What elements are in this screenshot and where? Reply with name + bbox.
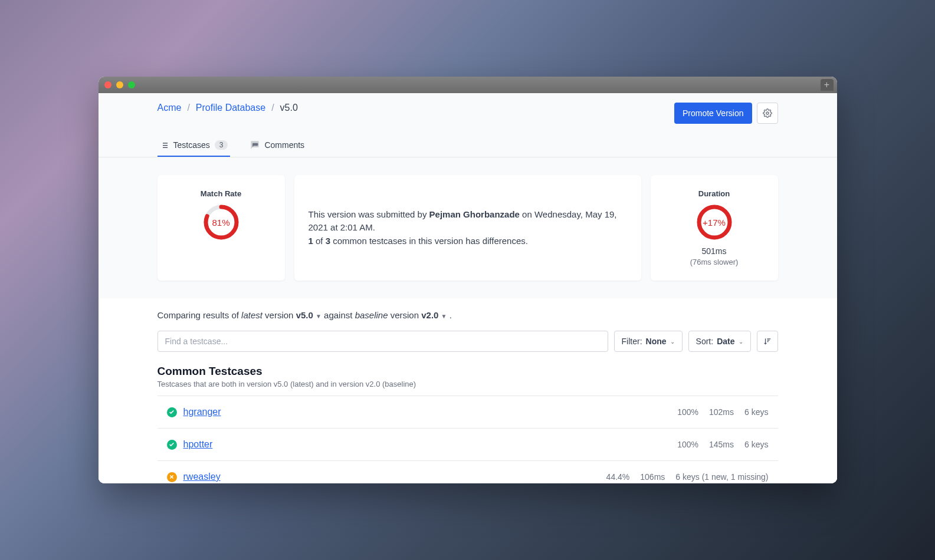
filter-dropdown[interactable]: Filter: None⌄ xyxy=(614,331,683,352)
summary-card: This version was submitted by Pejman Gho… xyxy=(294,175,641,281)
testcase-link[interactable]: rweasley xyxy=(183,472,596,482)
header: Acme / Profile Database / v5.0 Promote V… xyxy=(99,93,837,124)
row-match: 100% xyxy=(677,440,698,449)
match-rate-card: Match Rate 81% xyxy=(158,175,285,281)
testcase-link[interactable]: hpotter xyxy=(183,439,667,450)
close-icon[interactable] xyxy=(104,81,111,88)
search-input[interactable] xyxy=(158,331,608,352)
duration-card: Duration +17% 501ms (76ms slower) xyxy=(651,175,778,281)
row-duration: 106ms xyxy=(640,472,665,482)
chevron-down-icon[interactable]: ▼ xyxy=(316,313,321,319)
cmp-e: . xyxy=(447,310,452,320)
app-body: Acme / Profile Database / v5.0 Promote V… xyxy=(99,93,837,483)
controls: Filter: None⌄ Sort: Date⌄ xyxy=(158,331,778,352)
stat-cards: Match Rate 81% This version was submitte… xyxy=(158,175,778,281)
cmp-baseline: baseline xyxy=(355,310,388,320)
testcase-list: hgranger100%102ms6 keyshpotter100%145ms6… xyxy=(158,396,778,483)
section-subtitle: Testcases that are both in version v5.0 … xyxy=(158,380,778,388)
check-circle-icon xyxy=(167,440,177,450)
section-title: Common Testcases xyxy=(158,365,778,378)
cmp-b: version xyxy=(263,310,296,320)
duration-donut: +17% xyxy=(696,204,733,241)
breadcrumb-version: v5.0 xyxy=(280,103,298,113)
row-keys: 6 keys xyxy=(744,440,768,449)
summary-diffcount: 1 xyxy=(309,236,313,246)
warning-circle-icon xyxy=(167,472,177,482)
row-duration: 102ms xyxy=(709,407,734,417)
row-match: 100% xyxy=(677,407,698,417)
match-rate-value: 81% xyxy=(203,204,240,241)
breadcrumb-sep: / xyxy=(271,103,274,113)
check-circle-icon xyxy=(167,407,177,417)
breadcrumb-project[interactable]: Profile Database xyxy=(196,103,265,113)
summary-total: 3 xyxy=(326,236,330,246)
promote-version-button[interactable]: Promote Version xyxy=(674,103,752,124)
minimize-icon[interactable] xyxy=(116,81,123,88)
duration-value: +17% xyxy=(696,204,733,241)
row-status xyxy=(167,440,183,450)
sort-desc-icon xyxy=(763,337,772,345)
sort-direction-button[interactable] xyxy=(757,331,778,352)
summary-line1: This version was submitted by Pejman Gho… xyxy=(309,208,627,235)
chevron-down-icon: ⌄ xyxy=(670,338,675,345)
summary-tail: common testcases in this version has dif… xyxy=(330,236,528,246)
cmp-c: against xyxy=(321,310,355,320)
summary-line2: 1 of 3 common testcases in this version … xyxy=(309,235,627,248)
match-rate-donut: 81% xyxy=(203,204,240,241)
chevron-down-icon: ⌄ xyxy=(739,338,743,345)
row-duration: 145ms xyxy=(709,440,734,449)
summary-prefix: This version was submitted by xyxy=(309,209,429,219)
chevron-down-icon[interactable]: ▼ xyxy=(441,313,447,319)
table-row[interactable]: rweasley44.4%106ms6 keys (1 new, 1 missi… xyxy=(158,460,778,483)
cmp-latest: latest xyxy=(241,310,263,320)
comments-icon xyxy=(250,140,260,150)
duration-note: (76ms slower) xyxy=(690,258,739,266)
sort-label: Sort: xyxy=(696,337,714,346)
table-row[interactable]: hgranger100%102ms6 keys xyxy=(158,396,778,428)
tab-testcases-label: Testcases xyxy=(173,140,210,150)
row-status xyxy=(167,472,183,482)
breadcrumb: Acme / Profile Database / v5.0 xyxy=(158,103,298,113)
window-controls xyxy=(104,81,135,88)
row-keys: 6 keys xyxy=(744,407,768,417)
breadcrumb-sep: / xyxy=(187,103,189,113)
header-actions: Promote Version xyxy=(674,103,778,124)
cmp-v1[interactable]: v5.0 xyxy=(296,310,313,320)
summary-author: Pejman Ghorbanzade xyxy=(429,209,520,219)
gear-icon xyxy=(763,108,772,118)
content: Match Rate 81% This version was submitte… xyxy=(99,157,837,483)
cmp-a: Comparing results of xyxy=(158,310,242,320)
settings-button[interactable] xyxy=(757,103,778,124)
tab-comments-label: Comments xyxy=(264,140,304,150)
new-tab-button[interactable]: + xyxy=(821,79,834,91)
tab-comments[interactable]: Comments xyxy=(248,134,307,157)
match-rate-title: Match Rate xyxy=(201,189,241,198)
row-status xyxy=(167,407,183,417)
duration-ms: 501ms xyxy=(701,246,726,256)
titlebar: + xyxy=(99,77,837,93)
svg-point-0 xyxy=(766,112,769,114)
comparing-text: Comparing results of latest version v5.0… xyxy=(158,310,778,320)
sort-value: Date xyxy=(717,337,734,346)
summary-of: of xyxy=(313,236,326,246)
tab-testcases[interactable]: Testcases 3 xyxy=(158,134,231,157)
maximize-icon[interactable] xyxy=(128,81,135,88)
row-match: 44.4% xyxy=(606,472,630,482)
cmp-d: version xyxy=(388,310,422,320)
breadcrumb-org[interactable]: Acme xyxy=(158,103,182,113)
tab-testcases-badge: 3 xyxy=(215,140,228,150)
tabs: Testcases 3 Comments xyxy=(99,134,837,157)
table-row[interactable]: hpotter100%145ms6 keys xyxy=(158,428,778,460)
filter-label: Filter: xyxy=(622,337,642,346)
testcase-link[interactable]: hgranger xyxy=(183,407,667,417)
cmp-v2[interactable]: v2.0 xyxy=(421,310,438,320)
list-icon xyxy=(160,141,169,150)
main-panel: Comparing results of latest version v5.0… xyxy=(99,298,837,483)
filter-value: None xyxy=(646,337,667,346)
sort-dropdown[interactable]: Sort: Date⌄ xyxy=(688,331,751,352)
app-window: + Acme / Profile Database / v5.0 Promote… xyxy=(99,77,837,483)
row-keys: 6 keys (1 new, 1 missing) xyxy=(675,472,768,482)
duration-title: Duration xyxy=(698,189,730,198)
